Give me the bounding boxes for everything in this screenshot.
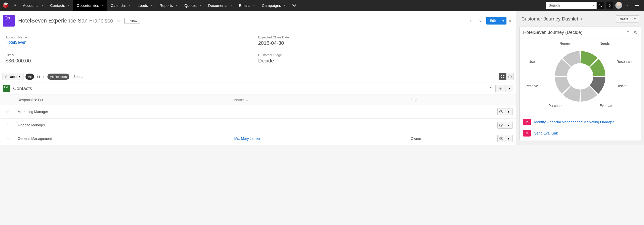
related-dropdown[interactable]: Related ▼ [3, 73, 23, 80]
row-preview-button[interactable] [497, 135, 505, 142]
nav-item-opportunities[interactable]: Opportunities▼ [73, 0, 107, 11]
create-dropdown[interactable]: ▼ [631, 15, 639, 22]
nav-item-campaigns[interactable]: Campaigns▼ [258, 0, 289, 11]
nav-item-reports[interactable]: Reports▼ [155, 0, 180, 11]
col-responsible[interactable]: Responsible For [15, 95, 232, 105]
field-label: Likely [6, 53, 258, 57]
row-favorite-icon[interactable]: ☆ [6, 110, 9, 114]
filter-all-records-pill[interactable]: All Records [47, 74, 69, 80]
col-name[interactable]: Name ♦ [232, 95, 408, 105]
task-link[interactable]: Identify Financial Manager and Marketing… [534, 120, 614, 124]
search-input[interactable] [546, 2, 597, 9]
table-row[interactable]: ☆Marketing Manager▼ [0, 105, 516, 119]
user-avatar[interactable] [615, 2, 622, 9]
related-search-input[interactable] [71, 73, 497, 80]
caret-down-icon[interactable]: ▼ [68, 4, 70, 7]
sidebar: Customer Journey Dashlet ▼ Create ▼ Hote… [516, 11, 644, 145]
global-search: ▼ [546, 2, 604, 9]
sidebar-title-caret[interactable]: ▼ [580, 17, 583, 20]
cell-title [408, 119, 494, 132]
grid-view-button[interactable] [499, 73, 506, 80]
caret-down-icon[interactable]: ▼ [150, 4, 153, 7]
task-row[interactable]: TsIdentify Financial Manager and Marketi… [523, 119, 637, 125]
search-button[interactable] [597, 2, 604, 9]
nav-item-label: Emails [239, 3, 250, 8]
nav-item-accounts[interactable]: Accounts▼ [19, 0, 46, 11]
edit-dropdown-caret[interactable]: ▾ [500, 17, 506, 25]
cell-responsible: Marketing Manager [15, 105, 232, 119]
svg-point-3 [599, 4, 601, 6]
col-actions [494, 95, 516, 105]
svg-line-22 [636, 33, 637, 34]
nav-item-leads[interactable]: Leads▼ [133, 0, 155, 11]
row-actions-dropdown[interactable]: ▼ [505, 108, 513, 115]
collapse-caret-icon[interactable]: ⌃ [489, 86, 492, 91]
row-favorite-icon[interactable]: ☆ [6, 123, 9, 127]
card-settings-icon[interactable] [633, 30, 637, 35]
brand-menu-caret[interactable]: ▼ [11, 0, 19, 11]
notification-count[interactable]: 0 [606, 2, 613, 9]
chevron-down-icon [292, 4, 297, 7]
svg-line-21 [634, 31, 634, 31]
eye-icon [499, 137, 503, 140]
journey-wheel: Renew Needs Research Decide Evaluate Pur… [520, 38, 641, 114]
card-collapse-icon[interactable]: ⌃ [627, 30, 630, 35]
journey-task-list: TsIdentify Financial Manager and Marketi… [520, 119, 641, 141]
nav-item-emails[interactable]: Emails▼ [235, 0, 258, 11]
account-link[interactable]: HotelSeven [6, 40, 258, 45]
nav-item-calendar[interactable]: Calendar▼ [107, 0, 134, 11]
task-link[interactable]: Send Eval Link [534, 131, 558, 135]
nav-item-label: Calendar [111, 3, 126, 8]
table-row[interactable]: ☆Finance Manager▼ [0, 119, 516, 132]
svg-rect-5 [501, 75, 502, 76]
contacts-table: Responsible For Name ♦ Title ☆Marketing … [0, 95, 516, 145]
row-actions-dropdown[interactable]: ▼ [505, 135, 513, 142]
caret-down-icon[interactable]: ▼ [199, 4, 202, 7]
col-title[interactable]: Title [408, 95, 494, 105]
edit-button[interactable]: Edit ▾ [486, 17, 506, 25]
grid-icon [501, 75, 504, 78]
brand-logo[interactable] [0, 0, 11, 11]
nav-overflow-chevron[interactable] [288, 0, 300, 11]
prev-record-button[interactable]: ‹ [467, 17, 474, 24]
add-contact-dropdown[interactable]: ▼ [505, 85, 513, 92]
favorite-star-icon[interactable]: ☆ [117, 18, 121, 24]
caret-down-icon: ▼ [18, 75, 21, 78]
caret-down-icon[interactable]: ▼ [284, 4, 286, 7]
nav-item-documents[interactable]: Documents▼ [204, 0, 235, 11]
search-icon [599, 4, 602, 7]
caret-down-icon[interactable]: ▼ [129, 4, 131, 7]
contacts-subpanel-header: Co Contacts ⌃ ＋ ▼ [0, 82, 516, 95]
row-favorite-icon[interactable]: ☆ [6, 137, 9, 141]
row-actions-dropdown[interactable]: ▼ [505, 122, 513, 129]
task-row[interactable]: TsSend Eval Link [523, 130, 637, 137]
filter-all-pill[interactable]: All [25, 74, 34, 80]
row-preview-button[interactable] [497, 122, 505, 129]
caret-down-icon[interactable]: ▼ [102, 4, 104, 7]
caret-down-icon[interactable]: ▼ [230, 4, 232, 7]
caret-down-icon[interactable]: ▼ [41, 4, 44, 7]
activity-view-button[interactable] [506, 73, 514, 80]
row-preview-button[interactable] [497, 108, 505, 115]
table-row[interactable]: ☆General ManagementMs. Mary JensenOwner▼ [0, 132, 516, 145]
add-contact-button[interactable]: ＋ [495, 85, 505, 92]
caret-down-icon[interactable]: ▼ [253, 4, 255, 7]
svg-point-11 [501, 111, 502, 112]
caret-down-icon[interactable]: ▼ [175, 4, 178, 7]
more-actions-icon[interactable]: » [509, 18, 511, 23]
sidebar-title: Customer Journey Dashlet [521, 16, 578, 22]
next-record-button[interactable]: › [477, 17, 484, 24]
follow-button[interactable]: Follow [124, 18, 141, 24]
edit-button-label: Edit [486, 19, 500, 23]
sidebar-titlebar: Customer Journey Dashlet ▼ Create ▼ [519, 11, 641, 26]
field-customer-stage: Customer Stage Decide [258, 53, 511, 64]
nav-item-label: Quotes [184, 3, 197, 8]
create-button[interactable]: Create [616, 15, 631, 22]
field-value: Decide [258, 58, 511, 64]
user-menu-caret[interactable]: ▼ [624, 4, 630, 7]
nav-item-contacts[interactable]: Contacts▼ [46, 0, 72, 11]
contact-link[interactable]: Ms. Mary Jensen [234, 137, 261, 141]
nav-item-quotes[interactable]: Quotes▼ [180, 0, 204, 11]
record-title: HotelSeven Experience San Francisco [18, 17, 113, 24]
quick-create-button[interactable]: ＋ [632, 2, 640, 9]
